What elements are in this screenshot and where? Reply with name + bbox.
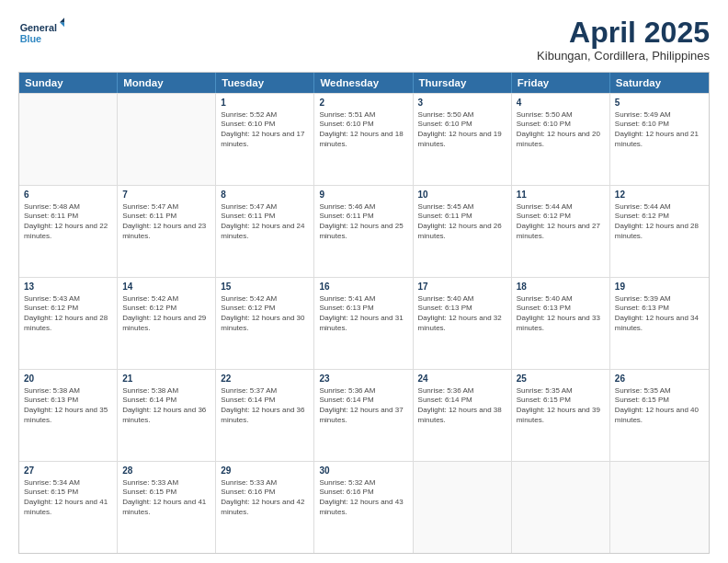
calendar-day-empty (19, 94, 118, 185)
calendar-day-27: 27Sunrise: 5:34 AM Sunset: 6:15 PM Dayli… (19, 462, 118, 553)
day-info: Sunrise: 5:36 AM Sunset: 6:14 PM Dayligh… (319, 386, 407, 426)
svg-text:General: General (20, 22, 57, 33)
day-number: 12 (615, 189, 704, 201)
day-number: 1 (221, 97, 309, 109)
calendar-day-10: 10Sunrise: 5:45 AM Sunset: 6:11 PM Dayli… (414, 186, 512, 277)
calendar-day-17: 17Sunrise: 5:40 AM Sunset: 6:13 PM Dayli… (414, 278, 512, 369)
day-number: 25 (517, 373, 605, 385)
calendar-day-19: 19Sunrise: 5:39 AM Sunset: 6:13 PM Dayli… (610, 278, 709, 369)
calendar-day-5: 5Sunrise: 5:49 AM Sunset: 6:10 PM Daylig… (610, 94, 709, 185)
day-number: 22 (221, 373, 309, 385)
calendar-day-12: 12Sunrise: 5:44 AM Sunset: 6:12 PM Dayli… (610, 186, 709, 277)
title-block: April 2025 Kibungan, Cordillera, Philipp… (537, 17, 710, 63)
subtitle: Kibungan, Cordillera, Philippines (537, 49, 710, 63)
day-number: 27 (24, 465, 112, 477)
calendar-day-28: 28Sunrise: 5:33 AM Sunset: 6:15 PM Dayli… (118, 462, 216, 553)
calendar-day-14: 14Sunrise: 5:42 AM Sunset: 6:12 PM Dayli… (118, 278, 216, 369)
calendar-header-sunday: Sunday (19, 73, 118, 93)
day-info: Sunrise: 5:33 AM Sunset: 6:16 PM Dayligh… (221, 478, 309, 518)
calendar-header-thursday: Thursday (414, 73, 512, 93)
calendar-day-8: 8Sunrise: 5:47 AM Sunset: 6:11 PM Daylig… (216, 186, 314, 277)
day-number: 7 (122, 189, 210, 201)
day-number: 2 (319, 97, 407, 109)
calendar-header-friday: Friday (512, 73, 610, 93)
calendar-day-9: 9Sunrise: 5:46 AM Sunset: 6:11 PM Daylig… (314, 186, 413, 277)
calendar-header-row: SundayMondayTuesdayWednesdayThursdayFrid… (19, 73, 709, 93)
day-info: Sunrise: 5:52 AM Sunset: 6:10 PM Dayligh… (221, 110, 309, 150)
day-number: 17 (418, 281, 506, 293)
logo-svg: General Blue (18, 17, 64, 50)
day-info: Sunrise: 5:43 AM Sunset: 6:12 PM Dayligh… (24, 294, 112, 334)
calendar-day-29: 29Sunrise: 5:33 AM Sunset: 6:16 PM Dayli… (216, 462, 314, 553)
calendar-day-30: 30Sunrise: 5:32 AM Sunset: 6:16 PM Dayli… (314, 462, 413, 553)
day-info: Sunrise: 5:45 AM Sunset: 6:11 PM Dayligh… (418, 202, 506, 242)
day-info: Sunrise: 5:51 AM Sunset: 6:10 PM Dayligh… (319, 110, 407, 150)
day-info: Sunrise: 5:48 AM Sunset: 6:11 PM Dayligh… (24, 202, 112, 242)
day-info: Sunrise: 5:36 AM Sunset: 6:14 PM Dayligh… (418, 386, 506, 426)
day-info: Sunrise: 5:46 AM Sunset: 6:11 PM Dayligh… (319, 202, 407, 242)
day-info: Sunrise: 5:32 AM Sunset: 6:16 PM Dayligh… (319, 478, 407, 518)
calendar-day-6: 6Sunrise: 5:48 AM Sunset: 6:11 PM Daylig… (19, 186, 118, 277)
calendar-day-20: 20Sunrise: 5:38 AM Sunset: 6:13 PM Dayli… (19, 370, 118, 461)
day-info: Sunrise: 5:50 AM Sunset: 6:10 PM Dayligh… (418, 110, 506, 150)
day-number: 8 (221, 189, 309, 201)
day-number: 3 (418, 97, 506, 109)
day-info: Sunrise: 5:40 AM Sunset: 6:13 PM Dayligh… (517, 294, 605, 334)
day-number: 20 (24, 373, 112, 385)
calendar-header-saturday: Saturday (610, 73, 709, 93)
day-info: Sunrise: 5:42 AM Sunset: 6:12 PM Dayligh… (122, 294, 210, 334)
calendar-day-22: 22Sunrise: 5:37 AM Sunset: 6:14 PM Dayli… (216, 370, 314, 461)
calendar-day-empty (118, 94, 216, 185)
day-info: Sunrise: 5:38 AM Sunset: 6:13 PM Dayligh… (24, 386, 112, 426)
calendar-day-1: 1Sunrise: 5:52 AM Sunset: 6:10 PM Daylig… (216, 94, 314, 185)
day-number: 29 (221, 465, 309, 477)
calendar-day-26: 26Sunrise: 5:35 AM Sunset: 6:15 PM Dayli… (610, 370, 709, 461)
calendar-day-11: 11Sunrise: 5:44 AM Sunset: 6:12 PM Dayli… (512, 186, 610, 277)
calendar-day-16: 16Sunrise: 5:41 AM Sunset: 6:13 PM Dayli… (314, 278, 413, 369)
calendar-day-empty (512, 462, 610, 553)
day-info: Sunrise: 5:47 AM Sunset: 6:11 PM Dayligh… (221, 202, 309, 242)
calendar-week-2: 6Sunrise: 5:48 AM Sunset: 6:11 PM Daylig… (19, 185, 709, 277)
day-info: Sunrise: 5:40 AM Sunset: 6:13 PM Dayligh… (418, 294, 506, 334)
day-number: 5 (615, 97, 704, 109)
calendar-day-15: 15Sunrise: 5:42 AM Sunset: 6:12 PM Dayli… (216, 278, 314, 369)
day-number: 13 (24, 281, 112, 293)
day-number: 21 (122, 373, 210, 385)
day-info: Sunrise: 5:37 AM Sunset: 6:14 PM Dayligh… (221, 386, 309, 426)
day-number: 6 (24, 189, 112, 201)
calendar-day-empty (414, 462, 512, 553)
day-number: 4 (517, 97, 605, 109)
calendar-day-2: 2Sunrise: 5:51 AM Sunset: 6:10 PM Daylig… (314, 94, 413, 185)
calendar-day-13: 13Sunrise: 5:43 AM Sunset: 6:12 PM Dayli… (19, 278, 118, 369)
main-title: April 2025 (537, 17, 710, 49)
day-info: Sunrise: 5:35 AM Sunset: 6:15 PM Dayligh… (615, 386, 704, 426)
calendar-day-25: 25Sunrise: 5:35 AM Sunset: 6:15 PM Dayli… (512, 370, 610, 461)
day-number: 10 (418, 189, 506, 201)
calendar-day-18: 18Sunrise: 5:40 AM Sunset: 6:13 PM Dayli… (512, 278, 610, 369)
calendar-week-3: 13Sunrise: 5:43 AM Sunset: 6:12 PM Dayli… (19, 277, 709, 369)
calendar-week-5: 27Sunrise: 5:34 AM Sunset: 6:15 PM Dayli… (19, 461, 709, 553)
svg-text:Blue: Blue (20, 33, 41, 44)
day-number: 28 (122, 465, 210, 477)
calendar-week-4: 20Sunrise: 5:38 AM Sunset: 6:13 PM Dayli… (19, 369, 709, 461)
day-info: Sunrise: 5:35 AM Sunset: 6:15 PM Dayligh… (517, 386, 605, 426)
header: General Blue April 2025 Kibungan, Cordil… (18, 17, 710, 63)
day-number: 26 (615, 373, 704, 385)
calendar-day-21: 21Sunrise: 5:38 AM Sunset: 6:14 PM Dayli… (118, 370, 216, 461)
day-number: 23 (319, 373, 407, 385)
day-info: Sunrise: 5:39 AM Sunset: 6:13 PM Dayligh… (615, 294, 704, 334)
day-number: 11 (517, 189, 605, 201)
calendar-body: 1Sunrise: 5:52 AM Sunset: 6:10 PM Daylig… (19, 93, 709, 553)
day-info: Sunrise: 5:50 AM Sunset: 6:10 PM Dayligh… (517, 110, 605, 150)
calendar-week-1: 1Sunrise: 5:52 AM Sunset: 6:10 PM Daylig… (19, 93, 709, 185)
calendar-day-4: 4Sunrise: 5:50 AM Sunset: 6:10 PM Daylig… (512, 94, 610, 185)
day-number: 9 (319, 189, 407, 201)
day-info: Sunrise: 5:42 AM Sunset: 6:12 PM Dayligh… (221, 294, 309, 334)
day-number: 16 (319, 281, 407, 293)
page: General Blue April 2025 Kibungan, Cordil… (0, 0, 728, 563)
day-info: Sunrise: 5:44 AM Sunset: 6:12 PM Dayligh… (615, 202, 704, 242)
day-number: 18 (517, 281, 605, 293)
calendar-day-empty (610, 462, 709, 553)
logo: General Blue (18, 17, 64, 50)
calendar-header-tuesday: Tuesday (216, 73, 314, 93)
